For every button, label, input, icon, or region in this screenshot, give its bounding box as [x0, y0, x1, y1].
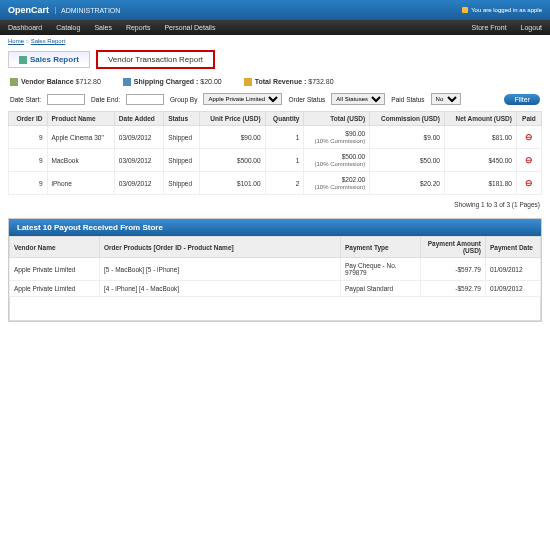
payout-row: Apple Private Limited[5 - MacBook] [5 - … [10, 258, 541, 281]
col-paid[interactable]: Paid [516, 112, 541, 126]
order-status-label: Order Status [288, 96, 325, 103]
pcell-date: 01/09/2012 [486, 281, 541, 297]
cell-status: Shipped [164, 172, 200, 195]
brand-block: OpenCart ADMINISTRATION [8, 5, 120, 15]
payout-table: Vendor Name Order Products [Order ID - P… [9, 236, 541, 297]
nav-right: Store Front Logout [472, 24, 542, 31]
remove-icon[interactable]: ⊖ [525, 155, 533, 165]
summary-revenue: Total Revenue : $732.80 [244, 78, 334, 86]
nav-dashboard[interactable]: Dashboard [8, 24, 42, 31]
cell-total: $90.00(10% Commission) [304, 126, 370, 149]
tab-active-label: Sales Report [30, 55, 79, 64]
cell-paid[interactable]: ⊖ [516, 172, 541, 195]
cell-comm: $9.00 [370, 126, 445, 149]
pcell-order: [4 - iPhone] [4 - MacBook] [100, 281, 341, 297]
nav-storefront[interactable]: Store Front [472, 24, 507, 31]
paid-status-select[interactable]: No [431, 93, 461, 105]
cell-unit: $101.00 [200, 172, 265, 195]
tab-row: Sales Report Vendor Transaction Report [8, 50, 542, 69]
cell-paid[interactable]: ⊖ [516, 149, 541, 172]
col-status[interactable]: Status [164, 112, 200, 126]
pcol-vendor: Vendor Name [10, 237, 100, 258]
table-row: 9MacBook03/09/2012Shipped$500.001$500.00… [9, 149, 542, 172]
pcol-type: Payment Type [341, 237, 421, 258]
col-net[interactable]: Net Amount (USD) [444, 112, 516, 126]
table-row: 9Apple Cinema 30"03/09/2012Shipped$90.00… [9, 126, 542, 149]
nav-logout[interactable]: Logout [521, 24, 542, 31]
cell-unit: $500.00 [200, 149, 265, 172]
date-end-label: Date End: [91, 96, 120, 103]
payout-empty-space [9, 297, 541, 321]
cell-total: $202.00(10% Commission) [304, 172, 370, 195]
lock-icon [462, 7, 468, 13]
summary-bar: Vendor Balance $712.80 Shipping Charged … [8, 74, 542, 90]
crumb-home[interactable]: Home [8, 38, 24, 44]
pcol-order: Order Products [Order ID - Product Name] [100, 237, 341, 258]
transactions-table: Order ID Product Name Date Added Status … [8, 111, 542, 195]
breadcrumb: Home :: Sales Report [0, 35, 550, 47]
brand: OpenCart [8, 5, 49, 15]
col-total[interactable]: Total (USD) [304, 112, 370, 126]
cell-status: Shipped [164, 149, 200, 172]
cell-net: $450.00 [444, 149, 516, 172]
cell-net: $81.00 [444, 126, 516, 149]
cell-product: Apple Cinema 30" [47, 126, 114, 149]
pcell-type: Paypal Standard [341, 281, 421, 297]
col-unit[interactable]: Unit Price (USD) [200, 112, 265, 126]
summary-balance: Vendor Balance $712.80 [10, 78, 101, 86]
cell-oid: 9 [9, 149, 48, 172]
cell-product: MacBook [47, 149, 114, 172]
cell-oid: 9 [9, 172, 48, 195]
cell-product: iPhone [47, 172, 114, 195]
balance-icon [10, 78, 18, 86]
payout-section: Latest 10 Payout Received From Store Ven… [8, 218, 542, 322]
nav-personal[interactable]: Personal Details [164, 24, 215, 31]
tab-vendor-transaction[interactable]: Vendor Transaction Report [96, 50, 215, 69]
nav-sales[interactable]: Sales [94, 24, 112, 31]
table-header-row: Order ID Product Name Date Added Status … [9, 112, 542, 126]
crumb-report[interactable]: Sales Report [31, 38, 66, 44]
col-date[interactable]: Date Added [114, 112, 163, 126]
cell-qty: 2 [265, 172, 304, 195]
page: Sales Report Vendor Transaction Report V… [0, 50, 550, 330]
date-start-input[interactable] [47, 94, 85, 105]
login-text: You are logged in as apple [471, 7, 542, 13]
cell-qty: 1 [265, 149, 304, 172]
pcell-amt: -$597.79 [421, 258, 486, 281]
filter-button[interactable]: Filter [504, 94, 540, 105]
tab-boxed-label: Vendor Transaction Report [108, 55, 203, 64]
cell-date: 03/09/2012 [114, 149, 163, 172]
order-status-select[interactable]: All Statuses [331, 93, 385, 105]
col-comm[interactable]: Commission (USD) [370, 112, 445, 126]
pagination-info: Showing 1 to 3 of 3 (1 Pages) [8, 195, 542, 218]
paid-status-label: Paid Status [391, 96, 424, 103]
payout-row: Apple Private Limited[4 - iPhone] [4 - M… [10, 281, 541, 297]
date-end-input[interactable] [126, 94, 164, 105]
nav-reports[interactable]: Reports [126, 24, 151, 31]
cell-oid: 9 [9, 126, 48, 149]
cell-net: $181.80 [444, 172, 516, 195]
cell-qty: 1 [265, 126, 304, 149]
cell-paid[interactable]: ⊖ [516, 126, 541, 149]
filter-bar: Date Start: Date End: Group By Apple Pri… [8, 90, 542, 111]
cell-status: Shipped [164, 126, 200, 149]
pcell-type: Pay Cheque - No. 979879 [341, 258, 421, 281]
pcell-date: 01/09/2012 [486, 258, 541, 281]
col-order-id[interactable]: Order ID [9, 112, 48, 126]
cell-unit: $90.00 [200, 126, 265, 149]
topbar: OpenCart ADMINISTRATION You are logged i… [0, 0, 550, 20]
nav-catalog[interactable]: Catalog [56, 24, 80, 31]
pcell-order: [5 - MacBook] [5 - iPhone] [100, 258, 341, 281]
tab-sales-report[interactable]: Sales Report [8, 51, 90, 68]
date-start-label: Date Start: [10, 96, 41, 103]
pcol-amt: Payment Amount (USD) [421, 237, 486, 258]
payout-header: Latest 10 Payout Received From Store [9, 219, 541, 236]
col-qty[interactable]: Quantity [265, 112, 304, 126]
col-product[interactable]: Product Name [47, 112, 114, 126]
remove-icon[interactable]: ⊖ [525, 132, 533, 142]
shipping-icon [123, 78, 131, 86]
remove-icon[interactable]: ⊖ [525, 178, 533, 188]
navbar: Dashboard Catalog Sales Reports Personal… [0, 20, 550, 35]
group-by-select[interactable]: Apple Private Limited [203, 93, 282, 105]
login-info: You are logged in as apple [462, 7, 542, 13]
